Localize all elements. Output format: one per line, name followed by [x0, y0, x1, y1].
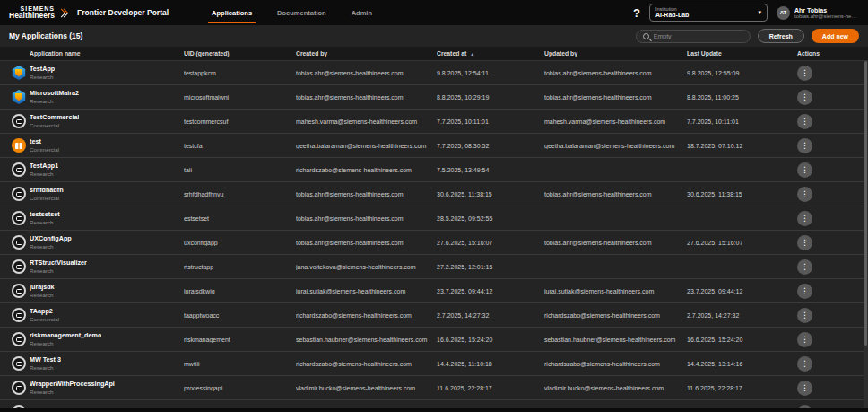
- user-email: tobias.ahr@siemens-healthi...: [794, 13, 859, 19]
- created-at: 8.8.2025, 10:29:19: [437, 94, 544, 101]
- updated-by: mahesh.varma@siemens-healthineers.com: [544, 118, 687, 125]
- app-icon: [12, 381, 26, 395]
- search-input[interactable]: [654, 33, 743, 39]
- col-last-update[interactable]: Last Update: [687, 50, 785, 57]
- row-actions-button[interactable]: ⋮: [797, 211, 812, 226]
- updated-by: juraj.sutiak@siemens-healthineers.com: [544, 288, 687, 294]
- kebab-icon: ⋮: [801, 333, 809, 346]
- table-row[interactable]: test Commercial testcfa geetha.balaraman…: [0, 134, 868, 158]
- table-row[interactable]: MW Test 3 Research mwtiii richardszabo@s…: [0, 352, 868, 376]
- vertical-scrollbar[interactable]: [864, 61, 868, 408]
- row-actions-button[interactable]: ⋮: [797, 259, 812, 275]
- app-category: Commercial: [30, 316, 59, 322]
- app-category: Research: [30, 74, 55, 80]
- page-title: My Applications (15): [9, 31, 82, 40]
- app-uid: processingapi: [184, 385, 296, 391]
- scrollbar-thumb[interactable]: [864, 61, 867, 346]
- app-name: TAapp2: [30, 308, 59, 315]
- app-category: Research: [30, 219, 60, 225]
- table-row[interactable]: testsetset Research estsetset tobias.ahr…: [0, 206, 868, 231]
- app-icon: [12, 356, 26, 371]
- col-updated-by[interactable]: Updated by: [544, 50, 687, 57]
- institution-value: AI-Rad-Lab: [655, 12, 758, 19]
- user-menu[interactable]: AT Ahr Tobias tobias.ahr@siemens-healthi…: [777, 6, 859, 20]
- table-row[interactable]: riskmanagement_demo Research riskmanagem…: [0, 328, 868, 352]
- table-row[interactable]: WrapperWithProcessingApi Research proces…: [0, 376, 868, 400]
- created-at: 7.7.2025, 08:30:52: [437, 143, 544, 149]
- col-created-by[interactable]: Created by: [296, 50, 437, 57]
- row-actions-button[interactable]: ⋮: [797, 66, 812, 81]
- kebab-icon: ⋮: [801, 115, 809, 128]
- help-icon[interactable]: ?: [633, 6, 640, 20]
- app-name: TestCommercial: [30, 114, 79, 121]
- refresh-button[interactable]: Refresh: [758, 29, 804, 43]
- created-at: 16.6.2025, 15:24:20: [437, 337, 544, 343]
- kebab-icon: ⋮: [801, 66, 809, 80]
- table-row[interactable]: srhfdhadfh Commercial srhfdhadfhnvu tobi…: [0, 182, 868, 206]
- row-actions-button[interactable]: ⋮: [797, 308, 812, 323]
- row-actions-button[interactable]: ⋮: [797, 90, 812, 105]
- app-icon: [12, 162, 26, 177]
- created-at: 27.6.2025, 15:16:07: [437, 240, 544, 246]
- tab-documentation[interactable]: Documentation: [265, 0, 339, 25]
- brand-line2: Healthineers: [9, 12, 55, 20]
- portal-title: Frontier Developer Portal: [77, 8, 169, 17]
- created-by: sebastian.haubner@siemens-healthineers.c…: [296, 337, 437, 343]
- row-actions-button[interactable]: ⋮: [797, 138, 812, 153]
- app-name: WrapperWithProcessingApi: [30, 381, 115, 388]
- chevron-down-icon: ▾: [758, 9, 761, 16]
- created-at: 27.2.2025, 12:01:15: [437, 264, 544, 270]
- app-name: testsetset: [30, 211, 60, 218]
- created-by: richardszabo@siemens-healthineers.com: [296, 167, 437, 173]
- col-created-at[interactable]: Created at▲: [437, 50, 544, 57]
- top-bar: SIEMENS Healthineers Frontier Developer …: [0, 0, 868, 25]
- kebab-icon: ⋮: [801, 236, 809, 250]
- col-uid[interactable]: UID (generated): [184, 50, 296, 57]
- app-icon: [12, 284, 26, 298]
- table-row[interactable]: UXConfigApp Research uxconfigapp tobias.…: [0, 231, 868, 255]
- institution-select[interactable]: Institution AI-Rad-Lab ▾: [649, 4, 768, 22]
- table-row[interactable]: jurajsdk Research jurajsdkwjg juraj.suti…: [0, 279, 868, 303]
- app-uid: mwtiii: [184, 361, 296, 367]
- row-actions-button[interactable]: ⋮: [797, 114, 812, 129]
- updated-by: tobias.ahr@siemens-healthineers.com: [544, 240, 687, 246]
- row-actions-button[interactable]: ⋮: [797, 381, 812, 396]
- row-actions-button[interactable]: ⋮: [797, 235, 812, 250]
- app-name: riskmanagement_demo: [30, 332, 101, 339]
- app-uid: riskmanagement: [184, 337, 296, 343]
- created-by: juraj.sutiak@siemens-healthineers.com: [296, 288, 437, 294]
- col-application-name[interactable]: Application name: [0, 50, 184, 57]
- last-update: 23.7.2025, 09:44:12: [687, 288, 785, 294]
- search-box[interactable]: [636, 30, 751, 43]
- table-row[interactable]: TestApp1 Research taii richardszabo@siem…: [0, 158, 868, 182]
- app-category: Research: [30, 267, 87, 274]
- app-category: Research: [30, 389, 115, 395]
- table-row[interactable]: TAapp2 Commercial taapptwoacc richardsza…: [0, 303, 868, 328]
- table-row[interactable]: MicrosoftMaira2 Research microsoftmaiwni…: [0, 85, 868, 110]
- app-uid: uxconfigapp: [184, 240, 296, 246]
- table-row[interactable]: RTStructVisualizer Research rtstructapp …: [0, 255, 868, 279]
- tab-admin[interactable]: Admin: [339, 0, 385, 25]
- row-actions-button[interactable]: ⋮: [797, 356, 812, 372]
- app-uid: srhfdhadfhnvu: [184, 191, 296, 197]
- avatar: AT: [777, 6, 790, 20]
- updated-by: sebastian.haubner@siemens-healthineers.c…: [544, 337, 687, 343]
- table-row[interactable]: TestApp Research testappkcm tobias.ahr@s…: [0, 61, 868, 85]
- app-name: UXConfigApp: [30, 235, 72, 242]
- add-new-button[interactable]: Add new: [812, 29, 859, 43]
- last-update: 16.6.2025, 15:24:20: [687, 337, 785, 343]
- table-row[interactable]: TestCommercial Commercial testcommercsuf…: [0, 110, 868, 134]
- row-actions-button[interactable]: ⋮: [797, 187, 812, 202]
- bottom-edge: [0, 408, 868, 412]
- tab-applications[interactable]: Applications: [199, 0, 265, 25]
- created-by: mahesh.varma@siemens-healthineers.com: [296, 118, 437, 125]
- row-actions-button[interactable]: ⋮: [797, 162, 812, 178]
- app-uid: testcommercsuf: [184, 118, 296, 125]
- updated-by: vladimir.bucko@siemens-healthineers.com: [544, 385, 687, 391]
- app-category: Research: [30, 292, 55, 298]
- user-name: Ahr Tobias: [794, 7, 859, 13]
- created-at: 30.6.2025, 11:38:15: [437, 191, 544, 197]
- row-actions-button[interactable]: ⋮: [797, 284, 812, 299]
- row-actions-button[interactable]: ⋮: [797, 332, 812, 347]
- app-uid: testcfa: [184, 143, 296, 149]
